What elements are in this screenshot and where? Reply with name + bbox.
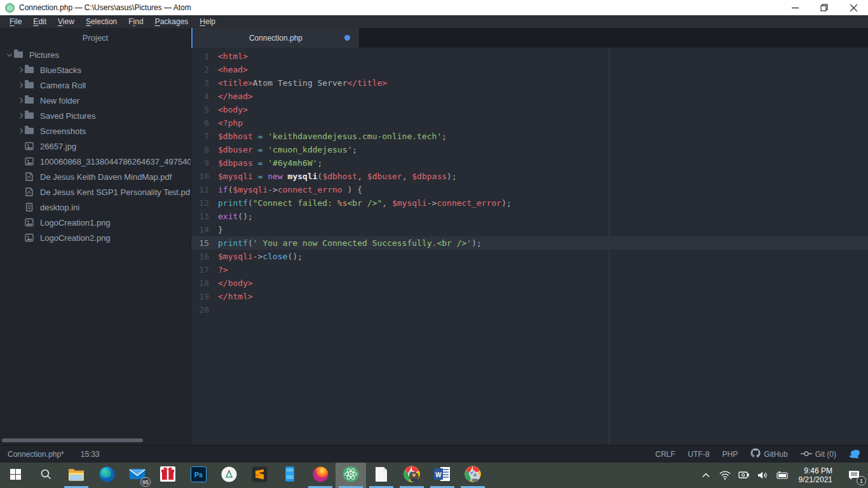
line-number: 5	[191, 103, 214, 116]
taskbar-firefox-icon[interactable]	[305, 463, 336, 488]
tree-item-label: BlueStacks	[37, 65, 81, 75]
taskbar-chrome-profile-1-icon[interactable]	[397, 463, 427, 488]
chevron-right-icon[interactable]	[16, 114, 25, 118]
github-status[interactable]: GitHub	[750, 448, 787, 460]
taskbar-chrome-profile-2-icon[interactable]	[458, 463, 488, 488]
title-bar: Connection.php — C:\Users\asus\Pictures …	[0, 0, 868, 15]
volume-icon[interactable]	[756, 463, 771, 488]
tree-file-de-jesus-keith-daven-mindmap-pdf[interactable]: De Jesus Keith Daven MindMap.pdf	[0, 169, 191, 184]
cursor-position[interactable]: 15:33	[81, 450, 100, 459]
chevron-right-icon[interactable]	[16, 68, 25, 72]
tree-file-logocreation2-png[interactable]: LogoCreation2.png	[0, 230, 191, 245]
menu-selection[interactable]: Selection	[80, 15, 123, 28]
taskbar-atom-icon[interactable]	[336, 463, 366, 488]
github-icon	[750, 448, 761, 460]
code-line-19[interactable]: 19</html>	[191, 290, 868, 303]
taskbar-android-studio-icon[interactable]	[214, 463, 244, 488]
menu-help[interactable]: Help	[194, 15, 221, 28]
tree-file-100060868-3138044786264637-49754080554[interactable]: 100060868_3138044786264637_49754080554	[0, 154, 191, 169]
code-line-10[interactable]: 10$mysqli = new mysqli($dbhost, $dbuser,…	[191, 170, 868, 183]
code-line-17[interactable]: 17?>	[191, 263, 868, 276]
code-line-16[interactable]: 16$mysqli->close();	[191, 250, 868, 263]
code-line-2[interactable]: 2<head>	[191, 63, 868, 76]
meet-now-icon[interactable]	[736, 463, 752, 488]
project-tree-panel: Project PicturesBlueStacksCamera RollNew…	[0, 28, 191, 445]
squirrel-icon[interactable]	[849, 449, 860, 459]
svg-text:Ps: Ps	[194, 471, 202, 478]
line-content: </body>	[214, 276, 253, 290]
tree-file-desktop-ini[interactable]: desktop.ini	[0, 200, 191, 215]
code-line-9[interactable]: 9$dbpass = '#6y4mh6W';	[191, 156, 868, 170]
menu-file[interactable]: File	[4, 15, 27, 28]
taskbar-notepad-icon[interactable]	[366, 463, 397, 488]
taskbar-file-explorer-icon[interactable]	[61, 463, 92, 488]
git-status[interactable]: Git (0)	[801, 450, 836, 459]
grammar-indicator[interactable]: PHP	[722, 450, 738, 459]
menu-find[interactable]: Find	[123, 15, 149, 28]
taskbar-your-phone-icon[interactable]	[275, 463, 305, 488]
image-file-icon	[25, 142, 37, 151]
taskbar-start-button[interactable]	[0, 463, 31, 488]
minimize-button[interactable]	[780, 0, 810, 15]
chevron-right-icon[interactable]	[16, 83, 25, 87]
code-line-8[interactable]: 8$dbuser = 'cmuon_kddejesus';	[191, 143, 868, 156]
menu-edit[interactable]: Edit	[27, 15, 52, 28]
tree-horizontal-scrollbar[interactable]	[2, 438, 143, 442]
code-line-5[interactable]: 5<body>	[191, 103, 868, 116]
tree-folder-bluestacks[interactable]: BlueStacks	[0, 62, 191, 78]
tree-file-26657-jpg[interactable]: 26657.jpg	[0, 139, 191, 154]
modified-indicator-dot[interactable]	[344, 35, 350, 41]
chevron-down-icon[interactable]	[5, 53, 14, 56]
line-number: 2	[191, 63, 214, 76]
action-center-button[interactable]: 1	[841, 463, 867, 488]
code-line-15[interactable]: 15printf(' You are now Connected Success…	[191, 236, 868, 250]
encoding-indicator[interactable]: UTF-8	[688, 450, 710, 459]
code-line-6[interactable]: 6<?php	[191, 116, 868, 130]
notification-badge: 1	[857, 476, 866, 485]
tree-file-logocreation1-png[interactable]: LogoCreation1.png	[0, 215, 191, 230]
clock-time: 9:46 PM	[799, 466, 832, 475]
taskbar-mail-icon[interactable]: 95	[122, 463, 153, 488]
statusbar-filename[interactable]: Connection.php*	[8, 450, 64, 459]
taskbar-clock[interactable]: 9:46 PM 9/21/2021	[794, 466, 837, 484]
code-line-13[interactable]: 13exit();	[191, 210, 868, 223]
taskbar-edge-icon[interactable]	[92, 463, 122, 488]
code-line-7[interactable]: 7$dbhost = 'keithdavendejesus.cmu-online…	[191, 130, 868, 143]
tree-file-de-jesus-kent-sgp1-personality-test-pdf[interactable]: De Jesus Kent SGP1 Personality Test.pdf	[0, 184, 191, 200]
tab-connection-php[interactable]: Connection.php	[193, 28, 359, 48]
github-label: GitHub	[764, 450, 787, 459]
code-line-11[interactable]: 11if($mysqli->connect_errno ) {	[191, 183, 868, 196]
tree-folder-camera-roll[interactable]: Camera Roll	[0, 78, 191, 93]
restore-button[interactable]	[810, 0, 839, 15]
menu-view[interactable]: View	[52, 15, 80, 28]
code-line-4[interactable]: 4</head>	[191, 90, 868, 103]
code-line-14[interactable]: 14}	[191, 223, 868, 236]
code-line-18[interactable]: 18</body>	[191, 276, 868, 290]
code-line-1[interactable]: 1<html>	[191, 50, 868, 63]
chevron-right-icon[interactable]	[16, 129, 25, 133]
tree-folder-screenshots[interactable]: Screenshots	[0, 123, 191, 139]
hidden-icons-chevron[interactable]	[698, 463, 714, 488]
code-line-3[interactable]: 3<title>Atom Testing Server</title>	[191, 76, 868, 90]
pdf-file-icon	[25, 187, 37, 196]
taskbar-photoshop-icon[interactable]: Ps	[183, 463, 214, 488]
code-line-12[interactable]: 12printf("Connect failed: %s<br />", $my…	[191, 196, 868, 210]
taskbar-word-icon[interactable]: W	[427, 463, 458, 488]
tree-item-label: Pictures	[27, 50, 59, 60]
taskbar-sublime-icon[interactable]	[244, 463, 275, 488]
pdf-file-icon	[25, 172, 37, 181]
line-ending-indicator[interactable]: CRLF	[655, 450, 675, 459]
chevron-right-icon[interactable]	[16, 98, 25, 102]
menu-packages[interactable]: Packages	[149, 15, 194, 28]
wifi-icon[interactable]	[717, 463, 733, 488]
battery-icon[interactable]	[775, 463, 790, 488]
taskbar-gift-icon[interactable]	[153, 463, 183, 488]
tree-folder-new-folder[interactable]: New folder	[0, 93, 191, 108]
tree-folder-saved-pictures[interactable]: Saved Pictures	[0, 108, 191, 123]
code-line-20[interactable]: 20	[191, 303, 868, 316]
line-number: 11	[191, 183, 214, 196]
close-button[interactable]	[839, 0, 868, 15]
taskbar-search-button[interactable]	[31, 463, 61, 488]
code-editor[interactable]: 1<html>2<head>3<title>Atom Testing Serve…	[191, 48, 868, 445]
tree-folder-pictures[interactable]: Pictures	[0, 47, 191, 62]
